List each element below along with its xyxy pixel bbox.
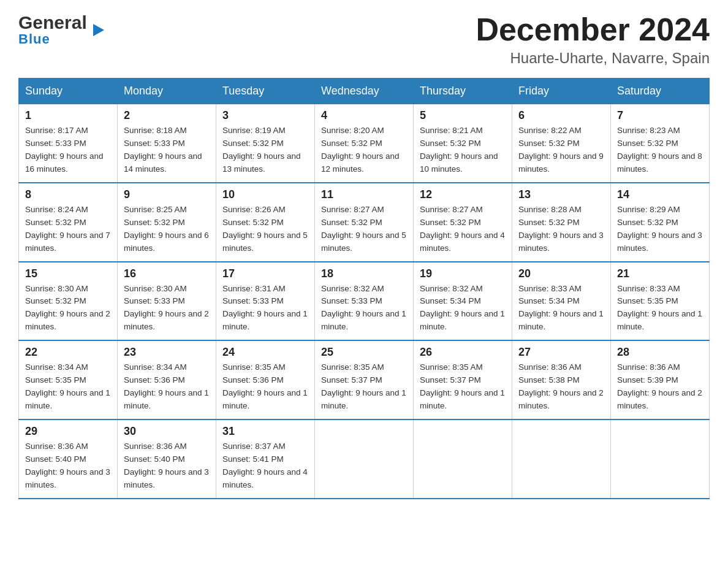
calendar-cell: 16 Sunrise: 8:30 AMSunset: 5:33 PMDaylig… bbox=[118, 262, 216, 341]
day-info: Sunrise: 8:31 AMSunset: 5:33 PMDaylight:… bbox=[222, 283, 308, 334]
day-number: 9 bbox=[124, 188, 210, 201]
day-number: 18 bbox=[321, 267, 407, 280]
day-info: Sunrise: 8:36 AMSunset: 5:38 PMDaylight:… bbox=[518, 361, 604, 413]
day-info: Sunrise: 8:34 AMSunset: 5:35 PMDaylight:… bbox=[25, 361, 111, 413]
calendar-week-row: 29 Sunrise: 8:36 AMSunset: 5:40 PMDaylig… bbox=[19, 419, 710, 499]
calendar-cell: 28 Sunrise: 8:36 AMSunset: 5:39 PMDaylig… bbox=[611, 340, 710, 419]
day-info: Sunrise: 8:36 AMSunset: 5:39 PMDaylight:… bbox=[617, 361, 703, 413]
svg-marker-0 bbox=[93, 24, 104, 36]
weekday-header-friday: Friday bbox=[512, 79, 611, 104]
day-number: 19 bbox=[420, 267, 506, 280]
calendar-cell bbox=[611, 419, 710, 499]
calendar-cell: 9 Sunrise: 8:25 AMSunset: 5:32 PMDayligh… bbox=[118, 183, 216, 262]
calendar-cell: 27 Sunrise: 8:36 AMSunset: 5:38 PMDaylig… bbox=[512, 340, 611, 419]
weekday-header-sunday: Sunday bbox=[19, 79, 118, 104]
day-info: Sunrise: 8:30 AMSunset: 5:33 PMDaylight:… bbox=[124, 283, 210, 334]
calendar-cell: 22 Sunrise: 8:34 AMSunset: 5:35 PMDaylig… bbox=[19, 340, 118, 419]
calendar-cell: 26 Sunrise: 8:35 AMSunset: 5:37 PMDaylig… bbox=[414, 340, 512, 419]
weekday-header-monday: Monday bbox=[118, 79, 216, 104]
day-info: Sunrise: 8:25 AMSunset: 5:32 PMDaylight:… bbox=[124, 204, 210, 255]
day-number: 30 bbox=[124, 425, 210, 438]
day-number: 23 bbox=[124, 346, 210, 359]
day-info: Sunrise: 8:33 AMSunset: 5:34 PMDaylight:… bbox=[518, 283, 604, 334]
calendar-week-row: 15 Sunrise: 8:30 AMSunset: 5:32 PMDaylig… bbox=[19, 262, 710, 341]
calendar-cell: 11 Sunrise: 8:27 AMSunset: 5:32 PMDaylig… bbox=[315, 183, 414, 262]
calendar-cell: 3 Sunrise: 8:19 AMSunset: 5:32 PMDayligh… bbox=[216, 104, 315, 183]
logo-blue: Blue bbox=[18, 31, 50, 47]
day-info: Sunrise: 8:29 AMSunset: 5:32 PMDaylight:… bbox=[617, 204, 703, 255]
day-info: Sunrise: 8:17 AMSunset: 5:33 PMDaylight:… bbox=[25, 124, 111, 176]
calendar-title: December 2024 bbox=[476, 12, 710, 47]
day-number: 12 bbox=[420, 188, 506, 201]
day-info: Sunrise: 8:24 AMSunset: 5:32 PMDaylight:… bbox=[25, 204, 111, 255]
day-info: Sunrise: 8:22 AMSunset: 5:32 PMDaylight:… bbox=[518, 124, 604, 176]
calendar-cell: 31 Sunrise: 8:37 AMSunset: 5:41 PMDaylig… bbox=[216, 419, 315, 499]
day-number: 25 bbox=[321, 346, 407, 359]
day-number: 8 bbox=[25, 188, 111, 201]
weekday-header-saturday: Saturday bbox=[611, 79, 710, 104]
day-number: 13 bbox=[518, 188, 604, 201]
day-info: Sunrise: 8:32 AMSunset: 5:33 PMDaylight:… bbox=[321, 283, 407, 334]
calendar-cell bbox=[414, 419, 512, 499]
weekday-header-wednesday: Wednesday bbox=[315, 79, 414, 104]
day-number: 31 bbox=[222, 425, 308, 438]
weekday-header-thursday: Thursday bbox=[414, 79, 512, 104]
calendar-cell bbox=[512, 419, 611, 499]
day-number: 20 bbox=[518, 267, 604, 280]
calendar-subtitle: Huarte-Uharte, Navarre, Spain bbox=[476, 50, 710, 67]
day-info: Sunrise: 8:18 AMSunset: 5:33 PMDaylight:… bbox=[124, 124, 210, 176]
title-area: December 2024 Huarte-Uharte, Navarre, Sp… bbox=[476, 12, 710, 67]
day-number: 27 bbox=[518, 346, 604, 359]
calendar-cell: 17 Sunrise: 8:31 AMSunset: 5:33 PMDaylig… bbox=[216, 262, 315, 341]
calendar-cell: 25 Sunrise: 8:35 AMSunset: 5:37 PMDaylig… bbox=[315, 340, 414, 419]
calendar-cell: 4 Sunrise: 8:20 AMSunset: 5:32 PMDayligh… bbox=[315, 104, 414, 183]
calendar-cell: 20 Sunrise: 8:33 AMSunset: 5:34 PMDaylig… bbox=[512, 262, 611, 341]
day-info: Sunrise: 8:34 AMSunset: 5:36 PMDaylight:… bbox=[124, 361, 210, 413]
logo: General Blue bbox=[18, 12, 93, 47]
day-number: 11 bbox=[321, 188, 407, 201]
logo-general: General bbox=[18, 12, 87, 33]
calendar-cell: 18 Sunrise: 8:32 AMSunset: 5:33 PMDaylig… bbox=[315, 262, 414, 341]
calendar-cell bbox=[315, 419, 414, 499]
day-number: 1 bbox=[25, 109, 111, 122]
calendar-week-row: 1 Sunrise: 8:17 AMSunset: 5:33 PMDayligh… bbox=[19, 104, 710, 183]
day-info: Sunrise: 8:27 AMSunset: 5:32 PMDaylight:… bbox=[420, 204, 506, 255]
calendar-cell: 14 Sunrise: 8:29 AMSunset: 5:32 PMDaylig… bbox=[611, 183, 710, 262]
day-info: Sunrise: 8:27 AMSunset: 5:32 PMDaylight:… bbox=[321, 204, 407, 255]
calendar-table: SundayMondayTuesdayWednesdayThursdayFrid… bbox=[18, 78, 710, 499]
calendar-cell: 23 Sunrise: 8:34 AMSunset: 5:36 PMDaylig… bbox=[118, 340, 216, 419]
calendar-cell: 5 Sunrise: 8:21 AMSunset: 5:32 PMDayligh… bbox=[414, 104, 512, 183]
day-number: 4 bbox=[321, 109, 407, 122]
day-number: 5 bbox=[420, 109, 506, 122]
day-info: Sunrise: 8:35 AMSunset: 5:36 PMDaylight:… bbox=[222, 361, 308, 413]
calendar-cell: 6 Sunrise: 8:22 AMSunset: 5:32 PMDayligh… bbox=[512, 104, 611, 183]
day-number: 3 bbox=[222, 109, 308, 122]
calendar-cell: 19 Sunrise: 8:32 AMSunset: 5:34 PMDaylig… bbox=[414, 262, 512, 341]
day-number: 28 bbox=[617, 346, 703, 359]
calendar-cell: 30 Sunrise: 8:36 AMSunset: 5:40 PMDaylig… bbox=[118, 419, 216, 499]
day-info: Sunrise: 8:35 AMSunset: 5:37 PMDaylight:… bbox=[420, 361, 506, 413]
day-info: Sunrise: 8:33 AMSunset: 5:35 PMDaylight:… bbox=[617, 283, 703, 334]
day-info: Sunrise: 8:32 AMSunset: 5:34 PMDaylight:… bbox=[420, 283, 506, 334]
day-number: 29 bbox=[25, 425, 111, 438]
day-number: 24 bbox=[222, 346, 308, 359]
day-info: Sunrise: 8:36 AMSunset: 5:40 PMDaylight:… bbox=[124, 440, 210, 492]
calendar-cell: 13 Sunrise: 8:28 AMSunset: 5:32 PMDaylig… bbox=[512, 183, 611, 262]
day-number: 2 bbox=[124, 109, 210, 122]
calendar-week-row: 8 Sunrise: 8:24 AMSunset: 5:32 PMDayligh… bbox=[19, 183, 710, 262]
day-info: Sunrise: 8:26 AMSunset: 5:32 PMDaylight:… bbox=[222, 204, 308, 255]
weekday-header-tuesday: Tuesday bbox=[216, 79, 315, 104]
calendar-cell: 1 Sunrise: 8:17 AMSunset: 5:33 PMDayligh… bbox=[19, 104, 118, 183]
calendar-cell: 21 Sunrise: 8:33 AMSunset: 5:35 PMDaylig… bbox=[611, 262, 710, 341]
calendar-cell: 8 Sunrise: 8:24 AMSunset: 5:32 PMDayligh… bbox=[19, 183, 118, 262]
calendar-cell: 24 Sunrise: 8:35 AMSunset: 5:36 PMDaylig… bbox=[216, 340, 315, 419]
calendar-cell: 12 Sunrise: 8:27 AMSunset: 5:32 PMDaylig… bbox=[414, 183, 512, 262]
day-info: Sunrise: 8:35 AMSunset: 5:37 PMDaylight:… bbox=[321, 361, 407, 413]
day-info: Sunrise: 8:19 AMSunset: 5:32 PMDaylight:… bbox=[222, 124, 308, 176]
day-info: Sunrise: 8:28 AMSunset: 5:32 PMDaylight:… bbox=[518, 204, 604, 255]
day-number: 7 bbox=[617, 109, 703, 122]
day-number: 16 bbox=[124, 267, 210, 280]
page-header: General Blue December 2024 Huarte-Uharte… bbox=[18, 12, 710, 67]
day-number: 26 bbox=[420, 346, 506, 359]
calendar-week-row: 22 Sunrise: 8:34 AMSunset: 5:35 PMDaylig… bbox=[19, 340, 710, 419]
